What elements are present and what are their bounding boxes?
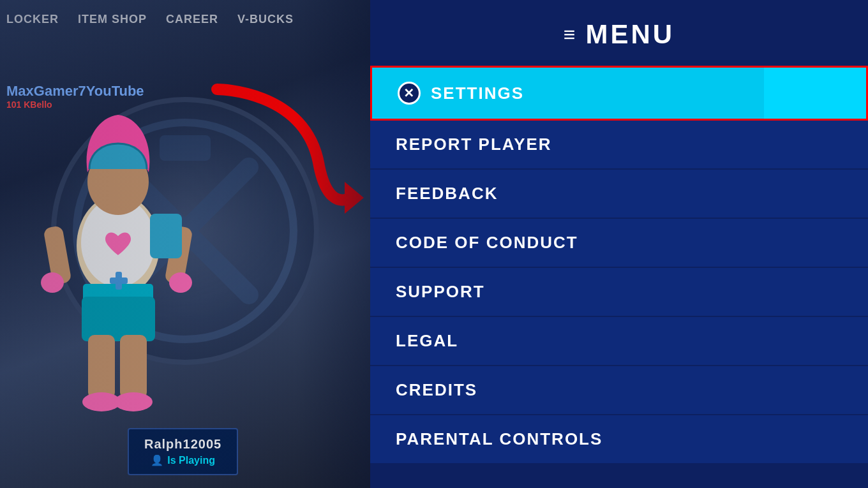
- nav-locker[interactable]: LOCKER: [6, 13, 59, 26]
- menu-items-list: ✕ SETTINGS REPORT PLAYER FEEDBACK CODE O…: [370, 66, 868, 475]
- menu-item-settings[interactable]: ✕ SETTINGS: [370, 66, 868, 121]
- svg-rect-10: [120, 335, 147, 399]
- nav-item-shop[interactable]: ITEM SHOP: [78, 13, 147, 26]
- red-arrow: [191, 64, 370, 242]
- svg-rect-17: [150, 214, 182, 258]
- svg-rect-19: [116, 272, 122, 290]
- legal-label: LEGAL: [396, 331, 458, 351]
- top-nav: LOCKER ITEM SHOP CAREER V-BUCKS: [0, 0, 370, 38]
- menu-item-code-of-conduct[interactable]: CODE OF CONDUCT: [370, 219, 868, 268]
- menu-title: MENU: [586, 19, 675, 50]
- username-plate: Ralph12005 👤 Is Playing: [128, 428, 238, 475]
- code-of-conduct-label: CODE OF CONDUCT: [396, 233, 578, 253]
- svg-rect-9: [88, 335, 115, 399]
- svg-rect-8: [82, 297, 155, 341]
- menu-item-report-player[interactable]: REPORT PLAYER: [370, 121, 868, 170]
- svg-marker-20: [345, 182, 364, 214]
- nav-vbucks[interactable]: V-BUCKS: [237, 13, 294, 26]
- settings-close-icon: ✕: [398, 82, 421, 105]
- report-player-label: REPORT PLAYER: [396, 135, 552, 154]
- svg-point-16: [169, 272, 192, 293]
- menu-header: ≡ MENU: [370, 13, 868, 66]
- menu-item-feedback[interactable]: FEEDBACK: [370, 170, 868, 219]
- feedback-label: FEEDBACK: [396, 184, 498, 203]
- username: Ralph12005: [144, 437, 221, 452]
- menu-item-parental-controls[interactable]: PARENTAL CONTROLS: [370, 415, 868, 464]
- menu-item-support[interactable]: SUPPORT: [370, 268, 868, 317]
- svg-point-12: [114, 392, 153, 411]
- nav-career[interactable]: CAREER: [166, 13, 218, 26]
- menu-item-legal[interactable]: LEGAL: [370, 317, 868, 366]
- settings-label: SETTINGS: [431, 84, 524, 103]
- menu-panel: ≡ MENU ✕ SETTINGS REPORT PLAYER FEEDBACK…: [370, 0, 868, 488]
- player-status: 👤 Is Playing: [144, 454, 221, 466]
- support-label: SUPPORT: [396, 282, 485, 302]
- game-background: LOCKER ITEM SHOP CAREER V-BUCKS MaxGamer…: [0, 0, 370, 488]
- parental-controls-label: PARENTAL CONTROLS: [396, 429, 602, 449]
- person-icon: 👤: [151, 454, 163, 466]
- credits-label: CREDITS: [396, 380, 477, 400]
- svg-point-15: [41, 272, 64, 293]
- menu-item-credits[interactable]: CREDITS: [370, 366, 868, 415]
- settings-right-cyan-block: [764, 68, 866, 119]
- menu-hamburger-icon: ≡: [564, 23, 576, 47]
